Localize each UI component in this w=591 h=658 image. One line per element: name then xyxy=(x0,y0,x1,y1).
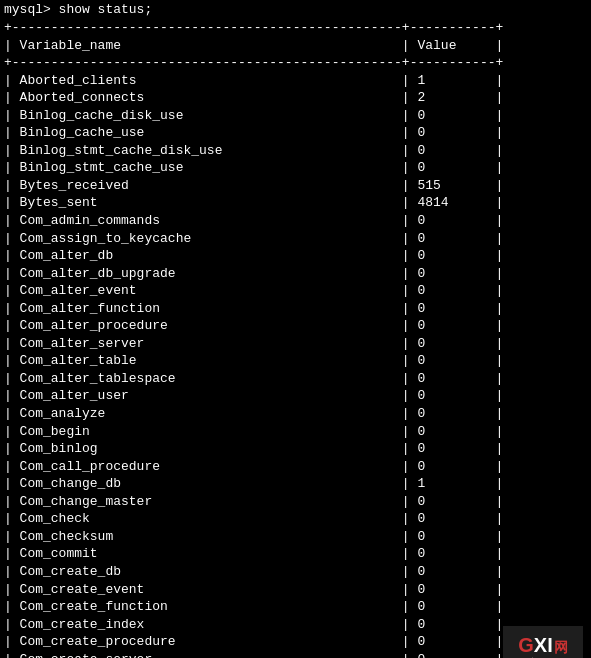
table-row: | Com_create_event | 0 | xyxy=(0,581,591,599)
table-row: | Com_check | 0 | xyxy=(0,510,591,528)
table-row: | Aborted_clients | 1 | xyxy=(0,72,591,90)
watermark-logo: G xyxy=(518,634,534,656)
table-row: | Com_checksum | 0 | xyxy=(0,528,591,546)
table-row: | Com_change_master | 0 | xyxy=(0,493,591,511)
table-row: | Com_alter_event | 0 | xyxy=(0,282,591,300)
table-row: | Com_alter_procedure | 0 | xyxy=(0,317,591,335)
table-row: | Com_change_db | 1 | xyxy=(0,475,591,493)
table-row: | Bytes_sent | 4814 | xyxy=(0,194,591,212)
watermark: G XI 网 system.com xyxy=(503,626,583,658)
table-row: | Com_analyze | 0 | xyxy=(0,405,591,423)
table-body: | Aborted_clients | 1 || Aborted_connect… xyxy=(0,72,591,658)
watermark-logo2: XI xyxy=(534,634,553,656)
table-row: | Com_alter_table | 0 | xyxy=(0,352,591,370)
table-row: | Com_commit | 0 | xyxy=(0,545,591,563)
table-row: | Com_alter_function | 0 | xyxy=(0,300,591,318)
table-row: | Com_create_function | 0 | xyxy=(0,598,591,616)
table-row: | Binlog_cache_use | 0 | xyxy=(0,124,591,142)
table-row: | Com_alter_db | 0 | xyxy=(0,247,591,265)
watermark-net: 网 xyxy=(554,640,568,655)
table-row: | Com_assign_to_keycache | 0 | xyxy=(0,230,591,248)
table-row: | Com_alter_db_upgrade | 0 | xyxy=(0,265,591,283)
table-row: | Binlog_stmt_cache_disk_use | 0 | xyxy=(0,142,591,160)
table-row: | Binlog_stmt_cache_use | 0 | xyxy=(0,159,591,177)
table-row: | Bytes_received | 515 | xyxy=(0,177,591,195)
table-row: | Com_alter_user | 0 | xyxy=(0,387,591,405)
table-row: | Com_call_procedure | 0 | xyxy=(0,458,591,476)
terminal-window: mysql> show status; +-------------------… xyxy=(0,0,591,658)
table-row: | Aborted_connects | 2 | xyxy=(0,89,591,107)
table-row: | Com_create_db | 0 | xyxy=(0,563,591,581)
table-row: | Com_alter_server | 0 | xyxy=(0,335,591,353)
table-row: | Com_admin_commands | 0 | xyxy=(0,212,591,230)
separator-top: +---------------------------------------… xyxy=(0,19,591,37)
table-row: | Com_alter_tablespace | 0 | xyxy=(0,370,591,388)
separator-mid: +---------------------------------------… xyxy=(0,54,591,72)
prompt-line: mysql> show status; xyxy=(0,0,591,19)
table-row: | Com_begin | 0 | xyxy=(0,423,591,441)
header-row: | Variable_name | Value | xyxy=(0,37,591,55)
table-row: | Binlog_cache_disk_use | 0 | xyxy=(0,107,591,125)
table-row: | Com_binlog | 0 | xyxy=(0,440,591,458)
